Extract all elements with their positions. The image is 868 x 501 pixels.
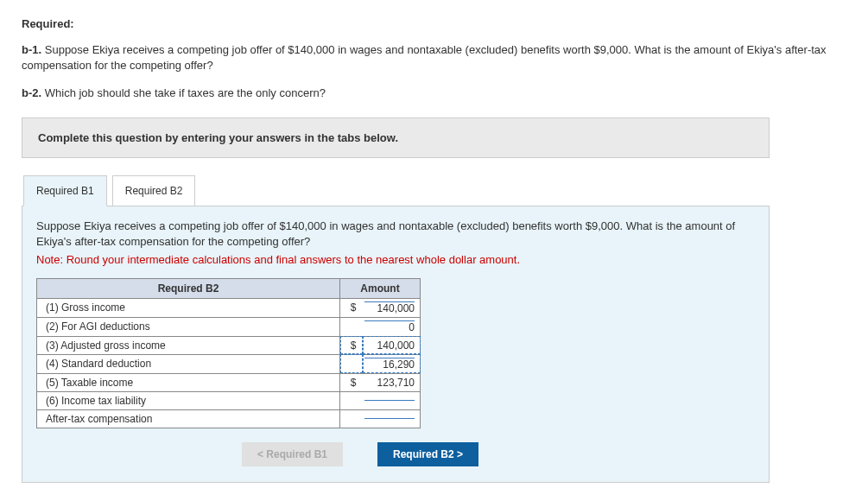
panel-prompt: Suppose Ekiya receives a competing job o…: [36, 219, 755, 250]
row-label: (2) For AGI deductions: [37, 317, 340, 336]
row-value: 140,000: [363, 336, 421, 354]
row-value[interactable]: 0: [363, 317, 421, 336]
row-value[interactable]: 140,000: [363, 298, 421, 317]
table-row: (4) Standard deduction16,290: [37, 354, 421, 373]
row-currency: [340, 354, 364, 373]
row-currency: [340, 391, 364, 409]
table-row: (3) Adjusted gross income$140,000: [37, 336, 421, 354]
table-row: (1) Gross income$140,000: [37, 298, 421, 317]
row-value[interactable]: [363, 409, 421, 428]
instruction-bar: Complete this question by entering your …: [22, 117, 770, 158]
question-b2-text: Which job should she take if taxes are t…: [45, 86, 326, 99]
row-value[interactable]: 16,290: [363, 354, 421, 373]
table-row: After-tax compensation: [37, 409, 421, 428]
row-label: (6) Income tax liability: [37, 391, 340, 409]
row-currency: $: [340, 373, 364, 391]
next-button[interactable]: Required B2 >: [377, 442, 478, 466]
prev-button[interactable]: < Required B1: [242, 442, 343, 466]
tab-required-b2[interactable]: Required B2: [112, 175, 196, 206]
chevron-left-icon: <: [257, 448, 263, 460]
table-row: (6) Income tax liability: [37, 391, 421, 409]
row-currency: $: [340, 298, 364, 317]
row-value[interactable]: [363, 391, 421, 409]
panel-note: Note: Round your intermediate calculatio…: [36, 253, 755, 266]
row-label: (1) Gross income: [37, 298, 340, 317]
table-row: (2) For AGI deductions0: [37, 317, 421, 336]
tab-strip: Required B1 Required B2: [23, 175, 846, 206]
chevron-right-icon: >: [457, 448, 463, 460]
row-currency: [340, 409, 364, 428]
row-label: After-tax compensation: [37, 409, 340, 428]
tab-panel-b1: Suppose Ekiya receives a competing job o…: [22, 206, 770, 483]
question-b1-label: b-1.: [22, 43, 41, 56]
row-label: (4) Standard deduction: [37, 354, 340, 373]
question-b2: b-2. Which job should she take if taxes …: [22, 86, 846, 101]
row-value: 123,710: [363, 373, 421, 391]
row-currency: $: [340, 336, 364, 354]
table-row: (5) Taxable income$123,710: [37, 373, 421, 391]
nav-buttons: < Required B1 Required B2 >: [166, 442, 554, 466]
prev-button-label: Required B1: [266, 448, 327, 460]
row-currency: [340, 317, 364, 336]
col-header-label: Required B2: [37, 278, 340, 298]
required-heading: Required:: [22, 17, 846, 30]
next-button-label: Required B2: [393, 448, 454, 460]
answer-table: Required B2 Amount (1) Gross income$140,…: [36, 278, 421, 428]
col-header-amount: Amount: [340, 278, 421, 298]
row-label: (3) Adjusted gross income: [37, 336, 340, 354]
question-b2-label: b-2.: [22, 86, 41, 99]
question-b1: b-1. Suppose Ekiya receives a competing …: [22, 42, 846, 73]
row-label: (5) Taxable income: [37, 373, 340, 391]
question-b1-text: Suppose Ekiya receives a competing job o…: [22, 43, 827, 72]
tab-required-b1[interactable]: Required B1: [23, 175, 107, 206]
